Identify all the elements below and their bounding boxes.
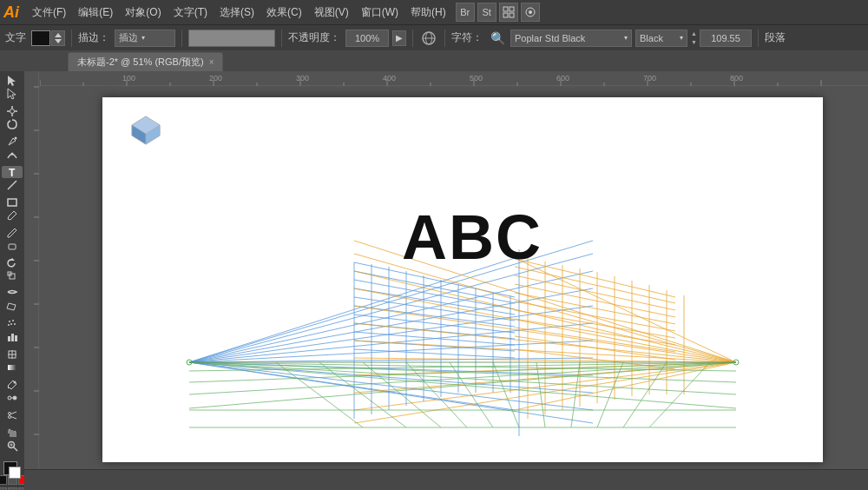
scale-btn[interactable]: [2, 270, 23, 282]
svg-rect-25: [10, 274, 15, 279]
menu-effect[interactable]: 效果(C): [260, 2, 308, 23]
svg-marker-27: [7, 303, 16, 310]
type-tool-btn[interactable]: T: [2, 166, 23, 178]
svg-marker-6: [55, 33, 62, 37]
opacity-value[interactable]: 100%: [345, 30, 389, 47]
grid-view-button[interactable]: [499, 3, 518, 22]
font-selector[interactable]: Poplar Std Black▾: [510, 30, 632, 47]
svg-line-127: [189, 362, 593, 393]
tab-bar: 未标题-2* @ 51% (RGB/预览) ×: [0, 50, 868, 71]
background-color[interactable]: [9, 467, 21, 479]
eraser-btn[interactable]: [2, 240, 23, 252]
svg-line-46: [11, 412, 17, 414]
pen-tool-btn[interactable]: [2, 136, 23, 148]
svg-marker-7: [55, 39, 62, 43]
svg-point-40: [14, 381, 16, 384]
paintbrush-btn[interactable]: [2, 209, 23, 222]
perspective-text[interactable]: ABC: [402, 202, 542, 273]
svg-line-180: [536, 362, 545, 427]
svg-point-32: [14, 323, 16, 325]
fill-color-arrow[interactable]: [51, 30, 65, 46]
tab-close-btn[interactable]: ×: [209, 57, 214, 67]
svg-marker-11: [8, 76, 16, 86]
svg-point-42: [13, 396, 16, 400]
svg-rect-1: [510, 7, 514, 11]
svg-line-130: [515, 258, 736, 362]
svg-point-5: [529, 10, 532, 14]
perspective-grid-svg: [102, 97, 823, 462]
toolbar-type-label: 文字: [5, 30, 26, 45]
magic-wand-btn[interactable]: [2, 105, 23, 117]
menu-select[interactable]: 选择(S): [214, 2, 260, 23]
main-area: T: [0, 71, 868, 490]
toolbar-sep-6: [758, 30, 759, 47]
scissors-btn[interactable]: [2, 409, 23, 421]
app-logo: Ai: [3, 4, 19, 20]
fill-color-swatch[interactable]: [31, 30, 50, 46]
menu-object[interactable]: 对象(O): [119, 2, 167, 23]
svg-line-21: [8, 181, 16, 189]
document-canvas[interactable]: ABC: [102, 97, 823, 462]
mesh-btn[interactable]: [2, 348, 23, 361]
zoom-btn[interactable]: [2, 440, 23, 452]
global-icon[interactable]: [419, 29, 438, 48]
rect-tool-btn[interactable]: [2, 196, 23, 209]
svg-rect-3: [510, 13, 514, 17]
normal-view-btn[interactable]: [0, 475, 7, 485]
svg-text:300: 300: [296, 74, 309, 83]
stroke-dropdown[interactable]: 插边▾: [115, 30, 175, 47]
paragraph-label: 段落: [765, 30, 786, 45]
svg-line-161: [515, 319, 675, 345]
stock-button[interactable]: St: [477, 3, 496, 22]
svg-point-19: [11, 153, 14, 156]
column-graph-btn[interactable]: [2, 331, 23, 343]
stroke-color-input[interactable]: [188, 30, 275, 47]
svg-text:100: 100: [122, 74, 135, 83]
status-text: [31, 475, 34, 486]
stroke-label: 描边：: [78, 30, 109, 45]
toolbar-sep-5: [444, 30, 445, 47]
svg-point-44: [9, 413, 11, 415]
gradient-btn[interactable]: [2, 361, 23, 374]
menu-text[interactable]: 文字(T): [168, 2, 214, 23]
menu-edit[interactable]: 编辑(E): [72, 2, 119, 23]
font-style-selector[interactable]: Black▾: [635, 30, 687, 47]
eyedropper-btn[interactable]: [2, 379, 23, 391]
svg-rect-33: [8, 336, 10, 341]
line-segment-btn[interactable]: [2, 179, 23, 191]
broadcast-button[interactable]: [521, 3, 540, 22]
tab-title: 未标题-2* @ 51% (RGB/预览): [77, 56, 204, 69]
document-tab[interactable]: 未标题-2* @ 51% (RGB/预览) ×: [68, 52, 223, 71]
hand-btn[interactable]: [2, 427, 23, 439]
free-transform-btn[interactable]: [2, 301, 23, 313]
canvas-area: 100200300 400500600 700800: [24, 71, 868, 490]
blend-btn[interactable]: [2, 392, 23, 404]
warp-btn[interactable]: [2, 288, 23, 300]
svg-line-183: [623, 362, 667, 427]
pencil-btn[interactable]: [2, 227, 23, 239]
opacity-label: 不透明度：: [288, 30, 340, 45]
opacity-more-btn[interactable]: ▶: [392, 30, 406, 46]
svg-text:400: 400: [383, 74, 396, 83]
menu-view[interactable]: 视图(V): [308, 2, 355, 23]
menu-file[interactable]: 文件(F): [26, 2, 72, 23]
rotate-btn[interactable]: [2, 257, 23, 269]
symbol-spray-btn[interactable]: [2, 318, 23, 330]
svg-line-164: [515, 349, 675, 369]
font-size-input[interactable]: 109.55: [700, 30, 752, 47]
left-ruler: [24, 71, 40, 490]
svg-point-30: [10, 323, 12, 325]
curvature-tool-btn[interactable]: [2, 149, 23, 161]
toolbar-sep-4: [412, 30, 413, 47]
svg-rect-22: [8, 199, 16, 206]
selection-tool-btn[interactable]: [2, 75, 23, 87]
menu-window[interactable]: 窗口(W): [355, 2, 404, 23]
lasso-tool-btn[interactable]: [2, 118, 23, 130]
svg-point-17: [10, 109, 15, 114]
svg-line-159: [515, 301, 675, 331]
direct-selection-tool-btn[interactable]: [2, 88, 23, 100]
bridge-button[interactable]: Br: [456, 3, 475, 22]
svg-line-49: [14, 447, 17, 451]
menu-help[interactable]: 帮助(H): [404, 2, 452, 23]
char-search-icon[interactable]: 🔍: [488, 29, 507, 48]
